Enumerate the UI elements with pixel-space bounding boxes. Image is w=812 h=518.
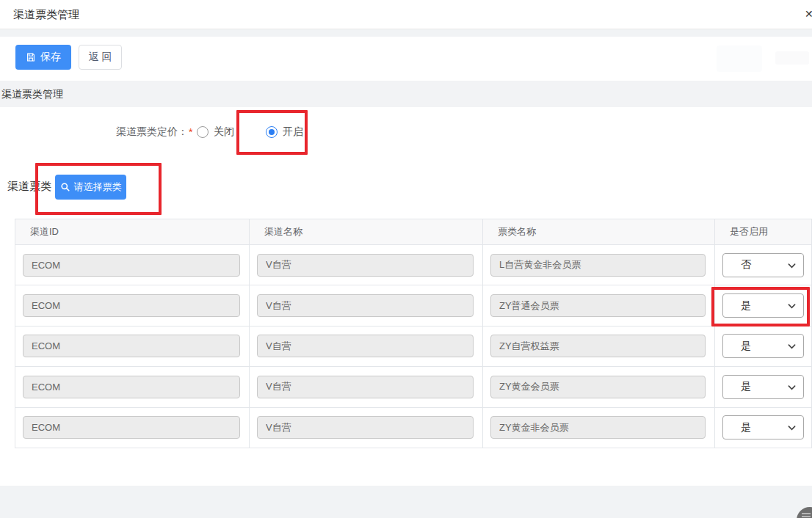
chevron-down-icon xyxy=(787,261,797,271)
ticket-name-cell xyxy=(483,245,715,285)
enabled-select-value: 否 xyxy=(741,258,751,271)
enabled-select[interactable]: 否 xyxy=(722,253,804,277)
main-content: 渠道票类定价： * 关闭 开启 渠道票类 请选择票类 渠道ID 渠道名称 票类名… xyxy=(0,107,812,486)
header-channel-id: 渠道ID xyxy=(15,219,250,244)
window-titlebar: 渠道票类管理 ✕ xyxy=(0,0,812,29)
ticket-name-input[interactable] xyxy=(490,416,706,439)
ghost-icons xyxy=(775,51,809,65)
channel-id-input[interactable] xyxy=(23,254,240,277)
channel-id-cell xyxy=(15,367,250,406)
pricing-radio-group: 关闭 开启 xyxy=(197,123,303,141)
ticket-name-input[interactable] xyxy=(490,254,706,277)
channel-id-input[interactable] xyxy=(23,335,240,357)
enabled-select-value: 是 xyxy=(741,380,751,393)
section-title: 渠道票类管理 xyxy=(1,81,812,107)
required-mark: * xyxy=(189,126,192,138)
channel-name-cell xyxy=(250,408,483,448)
channel-name-cell xyxy=(250,285,483,325)
radio-off[interactable] xyxy=(197,126,209,138)
search-icon xyxy=(60,182,70,192)
ticket-name-cell xyxy=(483,285,715,325)
enabled-select[interactable]: 是 xyxy=(722,415,804,439)
section-bar: 渠道票类管理 xyxy=(0,81,812,107)
ticket-name-input[interactable] xyxy=(490,294,706,317)
radio-on[interactable] xyxy=(266,126,278,138)
channel-id-cell xyxy=(15,327,250,366)
enabled-select[interactable]: 是 xyxy=(722,293,804,318)
select-ticket-button-label: 请选择票类 xyxy=(74,180,122,194)
ticket-name-cell xyxy=(483,367,715,406)
save-button[interactable]: 保存 xyxy=(15,45,71,70)
page-title: 渠道票类管理 xyxy=(13,0,79,29)
channel-name-cell xyxy=(250,245,483,285)
chevron-down-icon xyxy=(787,302,797,311)
header-ticket-name: 票类名称 xyxy=(483,219,715,244)
pricing-label: 渠道票类定价： xyxy=(116,125,188,139)
radio-on-label: 开启 xyxy=(283,125,303,139)
table-row: 是 xyxy=(15,408,811,448)
chevron-down-icon xyxy=(787,342,797,351)
back-button-label: 返回 xyxy=(86,51,115,64)
ticket-section-label: 渠道票类 xyxy=(7,180,51,194)
enabled-cell: 是 xyxy=(715,408,811,448)
enabled-select-value: 是 xyxy=(741,340,751,353)
save-icon xyxy=(26,52,36,62)
channel-ticket-table: 渠道ID 渠道名称 票类名称 是否启用 否是是是是 xyxy=(15,219,812,448)
channel-id-cell xyxy=(15,245,250,285)
channel-id-cell xyxy=(15,408,250,448)
header-divider-strip xyxy=(0,29,812,37)
chevron-down-icon xyxy=(787,383,797,393)
header-channel-name: 渠道名称 xyxy=(250,219,483,244)
table-header-row: 渠道ID 渠道名称 票类名称 是否启用 xyxy=(15,219,811,245)
channel-id-input[interactable] xyxy=(23,294,240,317)
enabled-select-value: 是 xyxy=(741,299,751,313)
toolbar: 保存 返回 xyxy=(0,37,812,81)
header-enabled: 是否启用 xyxy=(715,219,811,244)
save-button-label: 保存 xyxy=(40,51,61,64)
channel-name-input[interactable] xyxy=(257,254,474,277)
enabled-cell: 是 xyxy=(715,285,811,325)
enabled-cell: 是 xyxy=(715,327,811,366)
ticket-name-cell xyxy=(483,408,715,448)
channel-name-input[interactable] xyxy=(257,294,474,317)
page-bottom-background xyxy=(0,486,812,518)
channel-name-input[interactable] xyxy=(257,376,474,398)
ghost-button xyxy=(717,45,762,72)
ticket-name-cell xyxy=(483,327,715,366)
channel-name-input[interactable] xyxy=(257,416,474,439)
channel-name-cell xyxy=(250,367,483,406)
chevron-down-icon xyxy=(787,423,797,433)
channel-id-input[interactable] xyxy=(23,416,240,439)
table-body: 否是是是是 xyxy=(15,245,811,448)
table-row: 是 xyxy=(15,285,811,326)
enabled-select[interactable]: 是 xyxy=(722,334,804,358)
table-row: 否 xyxy=(15,245,811,285)
ticket-name-input[interactable] xyxy=(490,376,706,398)
table-row: 是 xyxy=(15,367,811,407)
enabled-cell: 是 xyxy=(715,367,811,406)
channel-name-cell xyxy=(250,327,483,366)
ticket-name-input[interactable] xyxy=(490,335,706,357)
enabled-cell: 否 xyxy=(715,245,811,285)
channel-id-input[interactable] xyxy=(23,376,240,398)
radio-off-label: 关闭 xyxy=(214,125,234,139)
close-icon[interactable]: ✕ xyxy=(805,8,812,20)
enabled-select-value: 是 xyxy=(741,421,751,434)
select-ticket-button[interactable]: 请选择票类 xyxy=(55,175,126,200)
back-button[interactable]: 返回 xyxy=(79,45,122,70)
channel-name-input[interactable] xyxy=(257,335,474,357)
table-row: 是 xyxy=(15,327,811,367)
enabled-select[interactable]: 是 xyxy=(722,375,804,399)
menu-lines-icon xyxy=(801,512,811,518)
channel-id-cell xyxy=(15,285,250,325)
